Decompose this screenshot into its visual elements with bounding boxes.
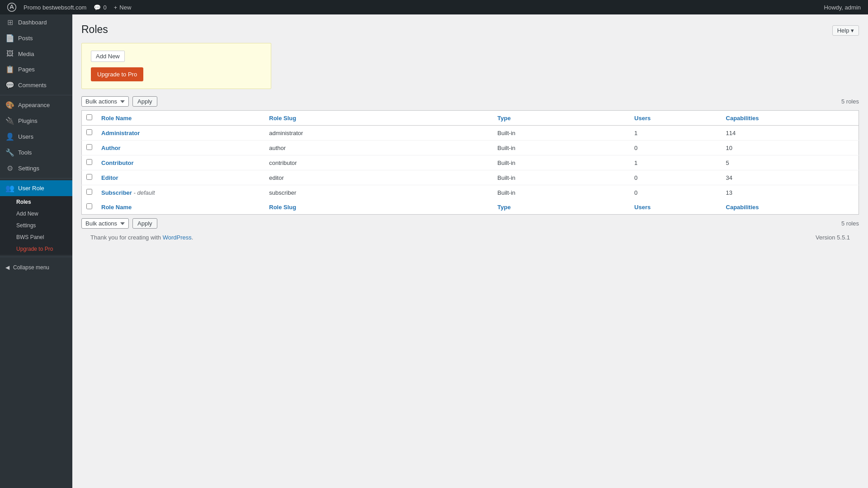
col-footer-role-name-link[interactable]: Role Name [101,204,132,211]
tablenav-bottom: Bulk actions Apply 5 roles [81,218,859,229]
tools-icon: 🔧 [5,148,14,157]
menu-separator-3 [0,257,72,257]
submenu-label: Settings [16,222,36,229]
row-users-cell: 1 [630,126,721,141]
sidebar-item-appearance[interactable]: 🎨 Appearance [0,97,72,113]
submenu-label: Roles [16,199,31,205]
row-type-cell: Built-in [493,126,630,141]
col-footer-role-slug: Role Slug [264,200,493,215]
col-header-role-name-link[interactable]: Role Name [101,115,132,122]
howdy-link[interactable]: Howdy, admin [821,4,864,11]
col-header-role-name: Role Name [97,111,264,126]
sidebar-item-tools[interactable]: 🔧 Tools [0,145,72,160]
comments-icon: 💬 [5,81,14,89]
site-name[interactable]: Promo bestwebsoft.com [20,4,90,11]
sidebar-item-upgrade-to-pro[interactable]: Upgrade to Pro [0,243,72,255]
row-slug-cell: subscriber [264,185,493,200]
content-wrap: Roles Add New Upgrade to Pro Bulk action… [81,23,859,229]
row-checkbox-0[interactable] [86,129,92,135]
sidebar-item-users[interactable]: 👤 Users [0,129,72,145]
roles-count-bottom: 5 roles [841,220,859,227]
col-footer-role-slug-link[interactable]: Role Slug [269,204,296,211]
comments-link[interactable]: 💬 0 [90,4,110,11]
sidebar-item-dashboard[interactable]: ⊞ Dashboard [0,14,72,30]
new-content-link[interactable]: + New [110,4,135,11]
users-icon: 👤 [5,132,14,141]
col-header-capabilities-link[interactable]: Capabilities [726,115,759,122]
apply-button-top[interactable]: Apply [132,96,157,107]
sidebar-item-roles[interactable]: Roles [0,196,72,208]
collapse-menu-button[interactable]: ◀ Collapse menu [0,261,72,274]
role-name-link-1[interactable]: Author [101,145,121,151]
main-content: Help ▾ Roles Add New Upgrade to Pro Bulk… [72,14,868,488]
role-name-link-4[interactable]: Subscriber [101,189,132,196]
apply-button-bottom[interactable]: Apply [132,218,157,229]
add-new-button[interactable]: Add New [91,51,125,62]
col-footer-users: Users [630,200,721,215]
sidebar-item-settings[interactable]: ⚙ Settings [0,160,72,176]
sidebar-item-label: Appearance [18,102,50,108]
sidebar-item-add-new[interactable]: Add New [0,208,72,220]
row-capabilities-cell: 5 [722,155,859,170]
settings-icon: ⚙ [5,164,14,173]
sidebar-item-bws-panel[interactable]: BWS Panel [0,231,72,243]
table-row: Author author Built-in 0 10 [82,141,859,155]
table-body: Administrator administrator Built-in 1 1… [82,126,859,200]
role-name-link-3[interactable]: Editor [101,174,118,181]
sidebar-item-comments[interactable]: 💬 Comments [0,77,72,93]
row-name-cell: Administrator [97,126,264,141]
help-button[interactable]: Help ▾ [832,25,859,36]
upgrade-pro-button[interactable]: Upgrade to Pro [91,67,143,81]
col-header-role-slug-link[interactable]: Role Slug [269,115,296,122]
row-slug-cell: editor [264,170,493,185]
row-capabilities-cell: 10 [722,141,859,155]
sidebar-item-pages[interactable]: 📋 Pages [0,61,72,77]
submenu-user-role: Roles Add New Settings BWS Panel Upgrade… [0,196,72,255]
col-footer-users-link[interactable]: Users [634,204,651,211]
sidebar-item-sub-settings[interactable]: Settings [0,220,72,231]
row-checkbox-2[interactable] [86,159,92,165]
tablenav-top: Bulk actions Apply 5 roles [81,96,859,107]
col-header-capabilities: Capabilities [722,111,859,126]
row-type-cell: Built-in [493,170,630,185]
menu-separator-2 [0,178,72,178]
user-role-icon: 👥 [5,184,14,192]
row-users-cell: 0 [630,141,721,155]
pro-upgrade-box: Add New Upgrade to Pro [81,43,271,89]
table-row: Subscriber - default subscriber Built-in… [82,185,859,200]
row-slug-cell: contributor [264,155,493,170]
col-header-users-link[interactable]: Users [634,115,651,122]
sidebar-item-user-role[interactable]: 👥 User Role [0,180,72,196]
role-name-link-0[interactable]: Administrator [101,130,140,136]
col-header-role-slug: Role Slug [264,111,493,126]
row-slug-cell: author [264,141,493,155]
row-capabilities-cell: 34 [722,170,859,185]
bulk-actions-select-bottom[interactable]: Bulk actions [81,218,129,229]
wp-logo[interactable] [4,3,20,12]
wordpress-link[interactable]: WordPress [163,234,192,241]
sidebar-item-media[interactable]: 🖼 Media [0,46,72,61]
col-footer-type-link[interactable]: Type [497,204,510,211]
row-checkbox-3[interactable] [86,174,92,180]
col-footer-capabilities-link[interactable]: Capabilities [726,204,759,211]
bulk-actions-select-top[interactable]: Bulk actions [81,96,129,107]
select-all-checkbox-bottom[interactable] [86,203,92,209]
page-title: Roles [81,23,859,36]
select-all-checkbox-top[interactable] [86,114,92,120]
admin-bar: Promo bestwebsoft.com 💬 0 + New Howdy, a… [0,0,868,14]
row-checkbox-1[interactable] [86,144,92,150]
main-wrap: ⊞ Dashboard 📄 Posts 🖼 Media 📋 Pages 💬 Co… [0,14,868,488]
sidebar-item-label: Tools [18,149,32,156]
table-footer-row: Role Name Role Slug Type Users Capabilit [82,200,859,215]
plugins-icon: 🔌 [5,117,14,125]
default-label: - default [134,189,155,196]
posts-icon: 📄 [5,34,14,42]
col-footer-type: Type [493,200,630,215]
sidebar-item-posts[interactable]: 📄 Posts [0,30,72,46]
table-row: Contributor contributor Built-in 1 5 [82,155,859,170]
sidebar-item-label: Users [18,133,33,140]
row-checkbox-4[interactable] [86,189,92,195]
sidebar-item-plugins[interactable]: 🔌 Plugins [0,113,72,129]
role-name-link-2[interactable]: Contributor [101,160,133,166]
col-header-type-link[interactable]: Type [497,115,510,122]
